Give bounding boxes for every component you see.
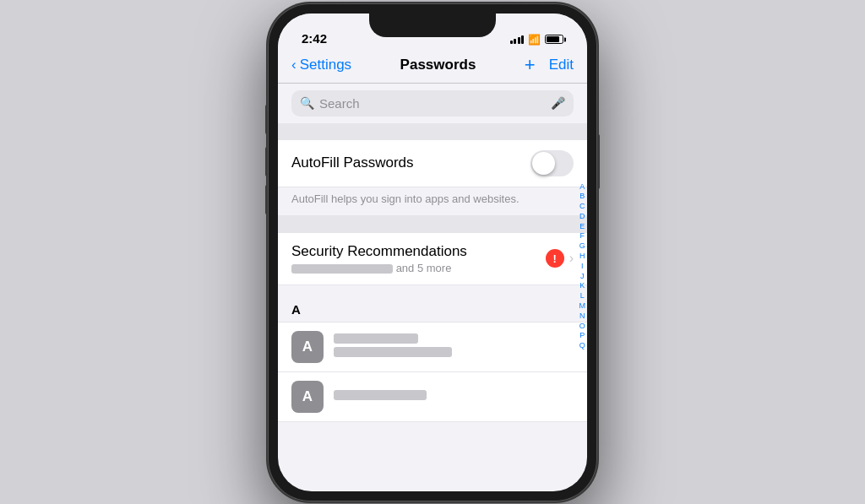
password-info-1	[334, 333, 574, 360]
scrubber-m[interactable]: M	[579, 301, 586, 311]
scrubber-k[interactable]: K	[579, 281, 585, 290]
password-info-2	[334, 390, 574, 404]
edit-button[interactable]: Edit	[549, 57, 574, 73]
nav-actions: + Edit	[525, 54, 574, 76]
scrubber-o[interactable]: O	[579, 322, 585, 331]
search-bar[interactable]: 🔍 Search 🎤	[291, 90, 574, 117]
phone-shell: 2:42 📶	[268, 3, 597, 501]
password-domain-blurred-2	[334, 390, 427, 400]
security-blurred-text	[291, 264, 393, 274]
password-row-1[interactable]: A	[278, 322, 587, 372]
security-section: Security Recommendations and 5 more !	[278, 232, 587, 285]
scrubber-g[interactable]: G	[579, 241, 585, 251]
wifi-icon: 📶	[528, 34, 541, 46]
security-and-more: and 5 more	[396, 262, 452, 274]
security-content: Security Recommendations and 5 more	[291, 243, 536, 274]
scrubber-l[interactable]: L	[580, 291, 585, 301]
signal-bar-4	[521, 35, 524, 44]
password-domain-blurred-1	[334, 333, 418, 344]
chevron-right-icon: ›	[569, 251, 574, 266]
battery-body	[545, 35, 563, 44]
scrubber-j[interactable]: J	[580, 272, 585, 281]
signal-bars-icon	[510, 35, 525, 44]
scrubber-q[interactable]: Q	[579, 341, 585, 350]
toggle-thumb	[532, 152, 555, 175]
security-right-actions: ! ›	[546, 249, 574, 268]
autofill-description: AutoFill helps you sign into apps and we…	[278, 187, 587, 215]
warning-badge: !	[546, 249, 564, 268]
section-divider-top	[278, 123, 587, 140]
screen: 2:42 📶	[278, 14, 587, 491]
avatar-1: A	[291, 331, 324, 363]
scene: 2:42 📶	[0, 0, 865, 504]
search-icon: 🔍	[300, 96, 314, 110]
back-label: Settings	[300, 57, 351, 73]
scrubber-b[interactable]: B	[579, 192, 585, 201]
warning-icon: !	[553, 252, 557, 265]
status-time: 2:42	[302, 31, 327, 46]
security-subtitle: and 5 more	[291, 262, 536, 274]
nav-bar: ‹ Settings Passwords + Edit	[278, 51, 587, 84]
scrubber-n[interactable]: N	[579, 312, 585, 321]
scrubber-e[interactable]: E	[579, 222, 585, 231]
scrubber-d[interactable]: D	[579, 212, 585, 221]
alphabet-scrubber[interactable]: A B C D E F G H I J K L M N O P Q	[579, 182, 586, 351]
battery-icon	[545, 35, 563, 44]
autofill-section: AutoFill Passwords	[278, 140, 587, 187]
password-username-blurred-1	[334, 347, 452, 357]
scrubber-p[interactable]: P	[579, 331, 585, 340]
scrubber-c[interactable]: C	[579, 202, 585, 211]
passwords-list: A A	[278, 322, 587, 422]
section-divider-middle	[278, 215, 587, 232]
page-title: Passwords	[400, 57, 476, 73]
search-placeholder: Search	[319, 96, 546, 111]
autofill-row[interactable]: AutoFill Passwords	[278, 140, 587, 187]
signal-bar-2	[514, 39, 516, 44]
scrubber-h[interactable]: H	[579, 252, 585, 261]
avatar-2: A	[291, 381, 324, 413]
screen-content: 2:42 📶	[278, 14, 587, 491]
scrubber-f[interactable]: F	[580, 231, 585, 241]
signal-bar-3	[518, 37, 520, 44]
autofill-toggle[interactable]	[530, 150, 574, 176]
scrubber-a[interactable]: A	[579, 182, 585, 192]
security-row[interactable]: Security Recommendations and 5 more !	[278, 233, 587, 285]
battery-fill	[547, 36, 559, 42]
status-icons: 📶	[510, 34, 564, 46]
chevron-left-icon: ‹	[291, 57, 296, 73]
scrubber-i[interactable]: I	[581, 262, 584, 271]
autofill-label: AutoFill Passwords	[291, 154, 414, 171]
security-title: Security Recommendations	[291, 243, 536, 260]
content-area: 🔍 Search 🎤 AutoFill Passwords	[278, 84, 587, 480]
notch	[369, 14, 496, 37]
microphone-icon: 🎤	[551, 96, 565, 110]
password-row-2[interactable]: A	[278, 372, 587, 422]
signal-bar-1	[510, 41, 513, 44]
list-section-header-a: A	[278, 285, 587, 322]
add-button[interactable]: +	[525, 54, 536, 76]
back-button[interactable]: ‹ Settings	[291, 57, 351, 73]
search-section: 🔍 Search 🎤	[278, 84, 587, 123]
